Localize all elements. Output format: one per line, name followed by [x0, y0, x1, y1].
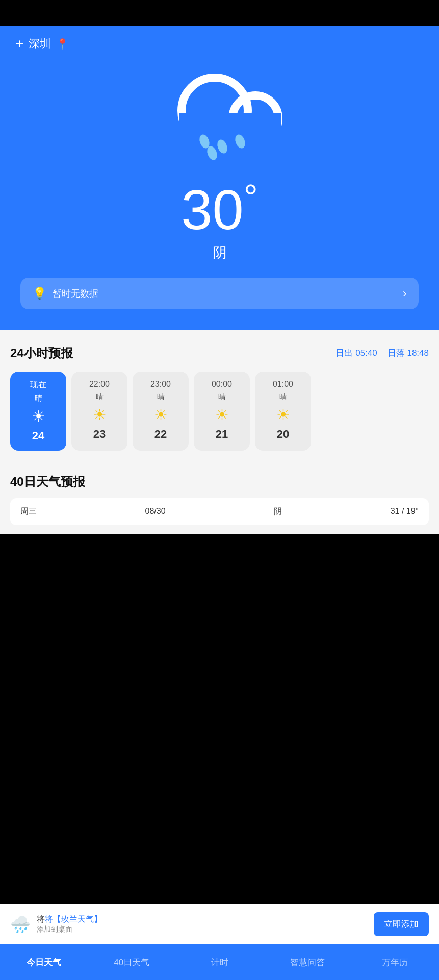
no-data-banner[interactable]: 💡 暂时无数据 › [20, 278, 419, 309]
chevron-right-icon: › [403, 287, 406, 300]
add-banner: 🌧️ 将将【玫兰天气】 添加到桌面 立即添加 [0, 904, 439, 944]
add-now-button[interactable]: 立即添加 [374, 912, 429, 936]
hour-temp: 24 [15, 429, 61, 443]
add-title: 将将【玫兰天气】 [37, 914, 102, 925]
status-bar [0, 0, 439, 26]
hour-temp: 21 [199, 428, 245, 441]
nav-item-计时[interactable]: 计时 [175, 944, 263, 980]
forty-section: 40日天气预报 周三 08/30 阴 31 / 19° [0, 458, 439, 534]
bulb-icon: 💡 [33, 287, 46, 300]
add-city-button[interactable]: + [15, 36, 23, 52]
sun-icon: ☀ [199, 406, 245, 424]
city-name: 深圳 [29, 36, 51, 52]
no-data-left: 💡 暂时无数据 [33, 287, 98, 300]
sun-icon: ☀ [76, 406, 122, 424]
hour-condition: 晴 [76, 392, 122, 402]
svg-rect-2 [179, 113, 281, 149]
sunset-label: 日落 18:48 [388, 347, 429, 359]
sun-info: 日出 05:40 日落 18:48 [335, 347, 429, 359]
sunrise-label: 日出 05:40 [335, 347, 377, 359]
hour-label: 01:00 [260, 380, 306, 389]
nav-item-40日天气[interactable]: 40日天气 [88, 944, 175, 980]
hour-condition: 晴 [199, 392, 245, 402]
hour-card[interactable]: 现在 晴 ☀ 24 [10, 372, 66, 451]
hour-condition: 晴 [138, 392, 184, 402]
forty-title: 40日天气预报 [10, 474, 429, 490]
cloud-rain-icon: 🌧️ [10, 915, 31, 934]
weather-condition: 阴 [15, 243, 424, 262]
add-banner-text: 将将【玫兰天气】 添加到桌面 [37, 914, 102, 934]
hour-label: 现在 [15, 380, 61, 390]
nav-item-智慧问答[interactable]: 智慧问答 [264, 944, 351, 980]
forecast-date: 08/30 [145, 507, 166, 516]
sun-icon: ☀ [15, 407, 61, 425]
temperature-display: 30° [15, 180, 424, 238]
location-icon[interactable]: 📍 [56, 38, 69, 50]
hour-temp: 20 [260, 428, 306, 441]
forecast-row[interactable]: 周三 08/30 阴 31 / 19° [10, 498, 429, 525]
hour-label: 22:00 [76, 380, 122, 389]
forecast-day: 周三 [20, 506, 37, 517]
hour-temp: 23 [76, 428, 122, 441]
nav-item-万年历[interactable]: 万年历 [351, 944, 439, 980]
hour-label: 00:00 [199, 380, 245, 389]
hour-card[interactable]: 23:00 晴 ☀ 22 [133, 372, 189, 451]
sun-icon: ☀ [138, 406, 184, 424]
hour-card[interactable]: 00:00 晴 ☀ 21 [194, 372, 250, 451]
no-data-text: 暂时无数据 [53, 287, 98, 300]
hour-label: 23:00 [138, 380, 184, 389]
hour-temp: 22 [138, 428, 184, 441]
top-bar: + 深圳 📍 [15, 36, 424, 52]
sun-icon: ☀ [260, 406, 306, 424]
hourly-title: 24小时预报 [10, 345, 73, 361]
hour-card[interactable]: 22:00 晴 ☀ 23 [71, 372, 127, 451]
hour-condition: 晴 [260, 392, 306, 402]
bottom-nav: 今日天气40日天气计时智慧问答万年历 [0, 944, 439, 980]
section-header: 24小时预报 日出 05:40 日落 18:48 [10, 345, 429, 361]
hourly-scroll[interactable]: 现在 晴 ☀ 24 22:00 晴 ☀ 23 23:00 晴 ☀ 22 00:0… [10, 372, 429, 458]
temperature-value: 30° [181, 178, 257, 241]
hourly-section: 24小时预报 日出 05:40 日落 18:48 现在 晴 ☀ 24 22:00… [0, 330, 439, 458]
forecast-condition: 阴 [274, 506, 282, 517]
forecast-temp: 31 / 19° [391, 507, 419, 516]
add-banner-left: 🌧️ 将将【玫兰天气】 添加到桌面 [10, 914, 102, 934]
weather-header: + 深圳 📍 30° 阴 [0, 26, 439, 330]
nav-item-今日天气[interactable]: 今日天气 [0, 944, 88, 980]
hour-condition: 晴 [15, 394, 61, 403]
hour-card[interactable]: 01:00 晴 ☀ 20 [255, 372, 311, 451]
add-subtitle: 添加到桌面 [37, 925, 102, 934]
weather-icon [15, 62, 424, 164]
